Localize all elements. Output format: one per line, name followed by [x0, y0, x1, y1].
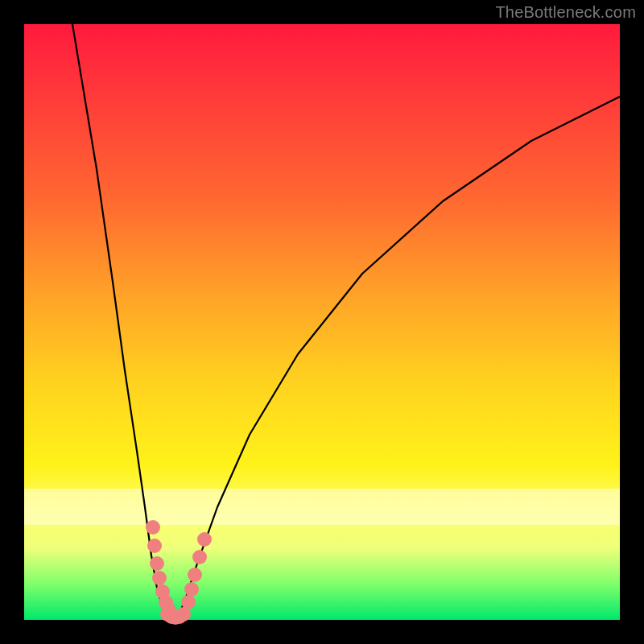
marker-left-cluster — [152, 571, 167, 585]
marker-right-cluster — [197, 532, 212, 547]
marker-left-cluster — [146, 520, 160, 535]
series-right-curve — [179, 97, 620, 616]
marker-right-cluster — [181, 595, 196, 609]
chart-outer-frame: TheBottleneck.com — [0, 0, 644, 644]
plot-area — [24, 24, 620, 620]
marker-left-cluster — [147, 539, 162, 553]
markers-group — [146, 520, 212, 625]
curves-svg — [24, 24, 620, 620]
marker-left-cluster — [150, 556, 164, 571]
marker-right-cluster — [192, 550, 207, 564]
marker-right-cluster — [188, 568, 202, 582]
marker-right-cluster — [184, 582, 199, 597]
watermark-text: TheBottleneck.com — [495, 3, 636, 22]
